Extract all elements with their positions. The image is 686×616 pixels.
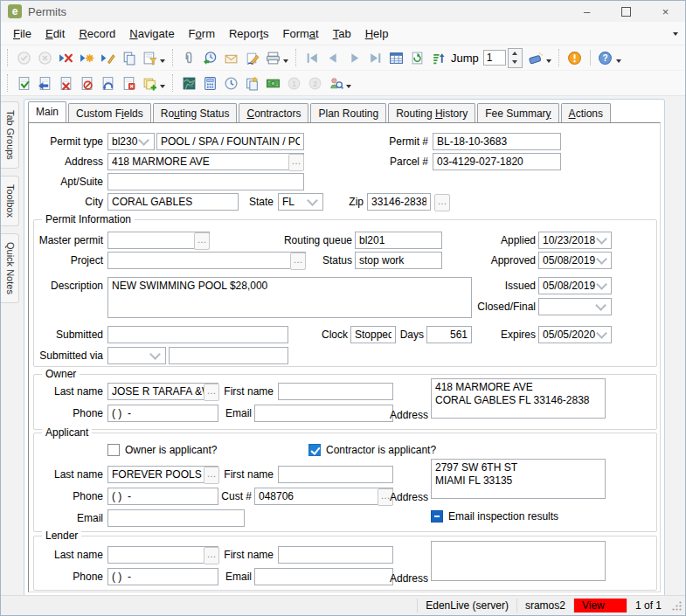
alert-button[interactable] [565,47,586,68]
spinner-up-icon[interactable] [509,49,522,59]
lender-address-field[interactable] [431,541,606,581]
address-lookup-button[interactable]: … [288,154,304,171]
menu-item-format[interactable]: Format [276,24,326,43]
delete-record-button[interactable] [55,47,76,68]
spinner-down-icon[interactable] [509,58,522,67]
master-permit-lookup-button[interactable]: … [194,232,210,250]
zip-lookup-button[interactable]: … [434,194,450,211]
applicant-email-field[interactable] [107,509,245,527]
applicant-last-name-field[interactable] [107,466,218,483]
clock-button[interactable] [220,73,241,93]
globe-2-button[interactable]: 2 [304,73,325,93]
resize-grip-icon[interactable] [671,600,683,614]
doc-undo-button[interactable] [97,73,118,93]
menu-item-reports[interactable]: Reports [222,24,276,43]
print-dropdown-icon[interactable] [283,59,288,63]
gis-map-button[interactable] [178,73,199,93]
doc-return-button[interactable] [34,73,55,93]
minimize-button[interactable]: – [567,1,606,22]
tab-routing-status[interactable]: Routing Status [153,103,238,122]
lender-lookup-button[interactable]: … [204,547,219,564]
doc-void-button[interactable] [118,73,139,93]
mail-button[interactable] [220,47,241,68]
form-search-dropdown-icon[interactable] [160,59,165,63]
tab-main[interactable]: Main [28,101,66,122]
copy-special-button[interactable] [241,73,262,93]
menu-item-file[interactable]: File [6,24,38,43]
address-field[interactable] [107,153,304,170]
tab-contractors[interactable]: Contractors [239,103,308,122]
applicant-phone-field[interactable] [107,488,218,505]
menu-overflow-icon[interactable] [673,32,678,36]
permit-type-desc-field[interactable] [156,133,304,150]
applicant-first-name-field[interactable] [278,466,393,483]
doc-reject-button[interactable] [55,73,76,93]
nav-prev-button[interactable] [322,47,343,68]
owner-address-field[interactable]: 418 MARMORE AVE CORAL GABLES FL 33146-28… [431,378,606,419]
submitted-field[interactable] [107,326,288,343]
new-record-button[interactable] [76,47,97,68]
owner-phone-field[interactable] [107,405,218,422]
owner-lookup-button[interactable]: … [204,384,219,401]
parcel-field[interactable] [433,153,561,170]
applicant-lookup-button[interactable]: … [204,467,219,484]
status-field[interactable] [355,252,442,269]
lender-phone-field[interactable] [107,568,218,585]
cust-no-field[interactable] [254,488,393,505]
menu-item-form[interactable]: Form [182,24,222,43]
permit-no-field[interactable] [433,133,561,150]
expires-date-picker[interactable]: 05/05/2020 [538,326,612,343]
calculator-button[interactable] [199,73,220,93]
form-search-button[interactable] [139,47,160,68]
menu-item-help[interactable]: Help [358,24,396,43]
close-button[interactable]: × [646,1,685,22]
approved-date-picker[interactable]: 05/08/2019 [538,252,612,269]
clock-field[interactable] [350,326,396,343]
menu-item-edit[interactable]: Edit [38,24,72,43]
closed-final-date-picker[interactable] [538,298,612,315]
description-field[interactable]: NEW SWIMMING POOL $28,000 [107,277,472,318]
owner-is-applicant-checkbox[interactable] [107,444,120,456]
email-inspection-checkbox[interactable] [431,510,443,523]
owner-first-name-field[interactable] [278,383,393,400]
owner-last-name-field[interactable] [107,383,218,400]
notes-add-button[interactable] [139,73,160,93]
help-dropdown-icon[interactable] [616,59,621,63]
refresh-button[interactable] [406,47,427,68]
doc-deny-button[interactable] [76,73,97,93]
owner-email-field[interactable] [254,405,393,422]
nav-last-button[interactable] [364,47,385,68]
submitted-via-text-field[interactable] [169,347,288,364]
jump-input[interactable] [483,50,506,66]
menu-item-navigate[interactable]: Navigate [122,24,181,43]
side-tab-tab-groups[interactable]: Tab Groups [1,101,19,169]
notes-dropdown-icon[interactable] [160,85,165,88]
lender-first-name-field[interactable] [278,546,393,564]
routing-queue-field[interactable] [355,232,442,249]
eraser-dropdown-icon[interactable] [546,59,551,63]
person-search-dropdown-icon[interactable] [346,85,351,88]
print-button[interactable] [262,47,283,68]
lender-last-name-field[interactable] [107,546,218,564]
cancel-record-button[interactable] [34,47,55,68]
nav-next-button[interactable] [343,47,364,68]
person-search-button[interactable] [325,73,346,93]
help-button[interactable]: ? [595,47,616,68]
grid-view-button[interactable] [385,47,406,68]
attachments-button[interactable] [178,47,199,68]
tab-custom-fields[interactable]: Custom Fields [68,103,151,122]
tab-fee-summary[interactable]: Fee Summary [477,103,558,122]
edit-record-button[interactable] [97,47,118,68]
maximize-button[interactable] [606,1,646,22]
applicant-address-field[interactable]: 2797 SW 6TH ST MIAMI FL 33135 [431,459,606,499]
doc-approve-button[interactable] [13,73,34,93]
apt-field[interactable] [107,173,304,190]
state-combo[interactable]: FL [278,193,323,211]
menu-item-tab[interactable]: Tab [326,24,358,43]
side-tab-toolbox[interactable]: Toolbox [1,176,19,226]
nav-first-button[interactable] [301,47,322,68]
jump-spinner[interactable] [508,48,523,68]
side-tab-quick-notes[interactable]: Quick Notes [1,233,19,303]
commit-record-button[interactable] [13,47,34,68]
applied-date-picker[interactable]: 10/23/2018 [538,232,612,249]
